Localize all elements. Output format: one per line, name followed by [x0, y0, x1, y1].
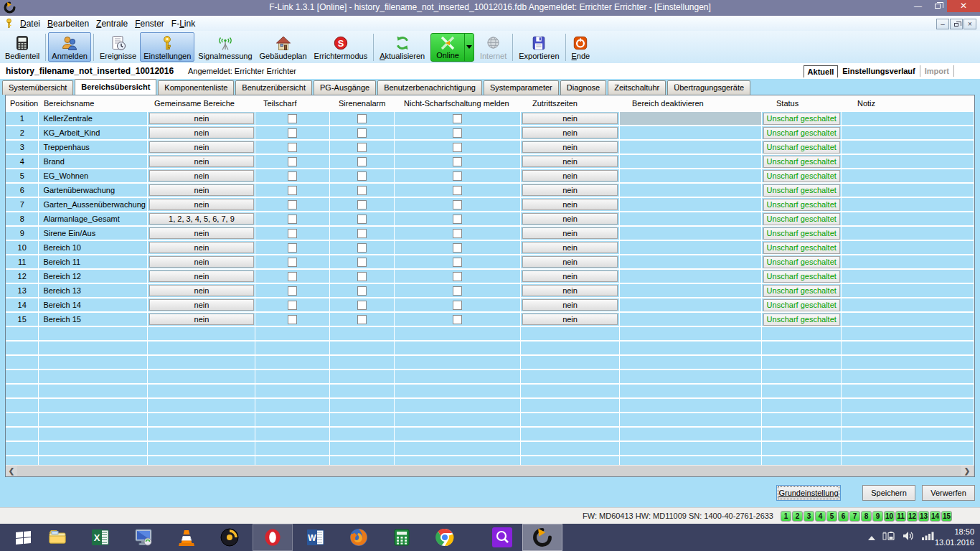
cell-bereichsname[interactable]: Bereich 12 [39, 270, 148, 284]
minimize-button[interactable]: — [908, 0, 928, 12]
cell-bereichsname[interactable]: Bereich 14 [39, 298, 148, 313]
online-button[interactable]: Online [430, 33, 474, 62]
tab-aktuell[interactable]: Aktuell [804, 65, 839, 77]
sirenenalarm-checkbox[interactable] [357, 229, 367, 238]
teilscharf-checkbox[interactable] [288, 114, 297, 123]
cell-bereich-deaktivieren[interactable] [620, 255, 762, 270]
tab-zeitschaltuhr[interactable]: Zeitschaltuhr [608, 80, 666, 95]
melden-checkbox[interactable] [453, 258, 462, 267]
tab-benutzerübersicht[interactable]: Benutzerübersicht [235, 80, 312, 95]
teilscharf-checkbox[interactable] [288, 143, 297, 152]
tab-pgausgnge[interactable]: PG-Ausgänge [314, 80, 376, 95]
anmelden-button[interactable]: Anmelden [48, 32, 91, 62]
cell-bereichsname[interactable]: Alarmanlage_Gesamt [39, 212, 148, 227]
gemeinsame-bereiche-button[interactable]: nein [149, 285, 254, 296]
sirenenalarm-checkbox[interactable] [357, 157, 367, 166]
sirenenalarm-checkbox[interactable] [357, 243, 367, 253]
status-button[interactable]: Unscharf geschaltet [763, 285, 840, 297]
tray-expand-icon[interactable] [868, 532, 875, 540]
tab-bereichsübersicht[interactable]: Bereichsübersicht [75, 79, 156, 95]
einstellungen-button[interactable]: Einstellungen [140, 32, 194, 62]
gemeinsame-bereiche-button[interactable]: nein [149, 113, 254, 124]
sirenenalarm-checkbox[interactable] [357, 258, 367, 267]
teilscharf-checkbox[interactable] [288, 186, 297, 195]
sirenenalarm-checkbox[interactable] [357, 114, 367, 123]
cell-bereich-deaktivieren[interactable] [620, 284, 762, 298]
cell-bereichsname[interactable]: KG_Arbeit_Kind [39, 126, 148, 141]
battery-icon[interactable] [882, 531, 895, 544]
network-icon[interactable] [921, 531, 934, 544]
column-header-10[interactable]: Notiz [853, 95, 973, 111]
status-button[interactable]: Unscharf geschaltet [763, 127, 840, 139]
status-button[interactable]: Unscharf geschaltet [763, 256, 840, 268]
gemeinsame-bereiche-button[interactable]: nein [149, 314, 254, 325]
status-button[interactable]: Unscharf geschaltet [763, 113, 840, 125]
cell-bereich-deaktivieren[interactable] [620, 270, 762, 284]
taskbar-opera-icon[interactable] [253, 524, 293, 551]
menu-bearbeiten[interactable]: Bearbeiten [47, 19, 95, 29]
status-button[interactable]: Unscharf geschaltet [763, 184, 840, 197]
cell-notiz[interactable] [842, 141, 974, 155]
column-header-7[interactable]: Zutrittszeiten [528, 95, 628, 111]
aktualisieren-button[interactable]: Aktualisieren [376, 32, 428, 62]
zutrittszeiten-button[interactable]: nein [522, 141, 618, 153]
melden-checkbox[interactable] [453, 243, 462, 253]
melden-checkbox[interactable] [453, 128, 462, 138]
cell-notiz[interactable] [842, 255, 974, 270]
zutrittszeiten-button[interactable]: nein [522, 314, 618, 325]
cell-notiz[interactable] [842, 298, 974, 313]
status-button[interactable]: Unscharf geschaltet [763, 199, 840, 211]
start-button[interactable] [9, 524, 37, 551]
cell-bereich-deaktivieren[interactable] [620, 212, 762, 227]
cell-notiz[interactable] [842, 184, 974, 198]
zutrittszeiten-button[interactable]: nein [522, 113, 618, 124]
tab-systemparameter[interactable]: Systemparameter [484, 80, 559, 95]
online-dropdown-arrow[interactable] [464, 34, 473, 61]
mdi-restore-button[interactable] [950, 19, 963, 29]
zutrittszeiten-button[interactable]: nein [522, 270, 618, 282]
tab-einstellungsverlauf[interactable]: Einstellungsverlauf [838, 65, 920, 77]
cell-bereich-deaktivieren[interactable] [620, 169, 762, 184]
status-button[interactable]: Unscharf geschaltet [763, 299, 840, 311]
cell-bereichsname[interactable]: KellerZentrale [39, 112, 148, 126]
exportieren-button[interactable]: Exportieren [515, 32, 562, 62]
status-button[interactable]: Unscharf geschaltet [763, 141, 840, 154]
melden-checkbox[interactable] [453, 272, 462, 281]
teilscharf-checkbox[interactable] [288, 229, 297, 238]
melden-checkbox[interactable] [453, 186, 462, 195]
cell-notiz[interactable] [842, 198, 974, 212]
cell-bereichsname[interactable]: Bereich 10 [39, 241, 148, 255]
scroll-right-arrow[interactable]: ❯ [961, 466, 973, 476]
cell-bereich-deaktivieren[interactable] [620, 227, 762, 241]
taskbar-flink-icon[interactable] [522, 524, 562, 551]
cell-notiz[interactable] [842, 169, 974, 184]
cell-notiz[interactable] [842, 241, 974, 255]
zutrittszeiten-button[interactable]: nein [522, 256, 618, 268]
menu-datei[interactable]: Datei [19, 19, 47, 29]
status-button[interactable]: Unscharf geschaltet [763, 213, 840, 225]
ereignisse-button[interactable]: Ereignisse [96, 32, 140, 62]
taskbar-search-icon[interactable] [482, 524, 522, 551]
cell-bereich-deaktivieren[interactable] [620, 313, 762, 327]
speaker-icon[interactable] [903, 531, 914, 544]
zutrittszeiten-button[interactable]: nein [522, 156, 618, 167]
teilscharf-checkbox[interactable] [288, 157, 297, 166]
cell-bereich-deaktivieren[interactable] [620, 112, 762, 126]
zutrittszeiten-button[interactable]: nein [522, 227, 618, 239]
taskbar-aimp-icon[interactable] [209, 524, 250, 551]
melden-checkbox[interactable] [453, 171, 462, 181]
tab-übertragungsgerte[interactable]: Übertragungsgeräte [667, 80, 750, 95]
sirenenalarm-checkbox[interactable] [357, 315, 367, 324]
sirenenalarm-checkbox[interactable] [357, 215, 367, 224]
taskbar-explorer-icon[interactable] [37, 524, 77, 551]
gemeinsame-bereiche-button[interactable]: nein [149, 242, 254, 253]
melden-checkbox[interactable] [453, 229, 462, 238]
cell-bereich-deaktivieren[interactable] [620, 198, 762, 212]
zutrittszeiten-button[interactable]: nein [522, 299, 618, 311]
cell-bereich-deaktivieren[interactable] [620, 155, 762, 169]
taskbar-excel-icon[interactable]: X [80, 524, 121, 551]
clock[interactable]: 18:50 13.01.2016 [935, 527, 974, 548]
taskbar-word-icon[interactable]: W [296, 524, 336, 551]
cell-bereich-deaktivieren[interactable] [620, 241, 762, 255]
close-button[interactable]: ✕ [947, 0, 980, 12]
